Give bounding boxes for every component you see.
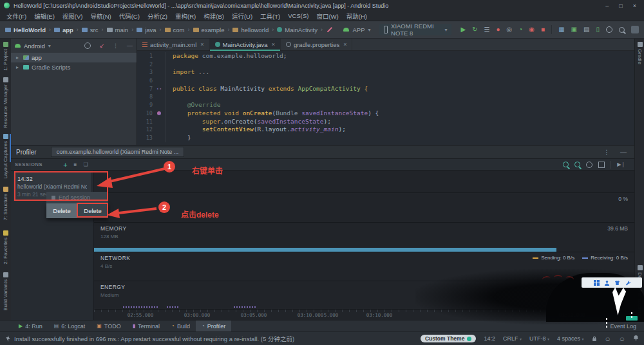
- menu-item[interactable]: 分析(Z): [144, 12, 171, 21]
- profile-icon[interactable]: ◔: [518, 26, 522, 33]
- menu-item[interactable]: 视图(V): [59, 12, 87, 21]
- breadcrumb-item[interactable]: MainActivity: [277, 26, 317, 33]
- code-line: 11 super.onCreate(savedInstanceState);: [137, 118, 634, 126]
- chevron-right-icon: ›: [49, 26, 51, 33]
- smiley-icon[interactable]: ☺: [619, 335, 625, 342]
- code-area[interactable]: 1package com.example.helloworld;23import…: [137, 50, 634, 145]
- line-separator-select[interactable]: CRLF ▾: [503, 335, 522, 342]
- hide-panel-icon[interactable]: —: [620, 149, 627, 156]
- tool-window-button-todo[interactable]: ▣TODO: [91, 321, 126, 331]
- close-icon[interactable]: ×: [200, 41, 204, 48]
- breadcrumb-item[interactable]: example: [193, 26, 225, 33]
- tool-strip-item[interactable]: Gradle: [635, 42, 644, 64]
- menu-item[interactable]: VCS(S): [284, 12, 312, 19]
- project-view-select[interactable]: Android: [24, 42, 45, 50]
- breadcrumb-item[interactable]: helloworld: [232, 26, 269, 33]
- stop-session-icon[interactable]: ■: [74, 162, 77, 167]
- attach-debugger-icon[interactable]: ◎: [507, 26, 513, 33]
- hide-panel-icon[interactable]: —: [127, 42, 133, 49]
- tool-strip-item[interactable]: Build Variants: [0, 272, 11, 311]
- tool-strip-item[interactable]: 1: Project: [0, 42, 11, 71]
- breadcrumb-item[interactable]: HelloWorld: [5, 26, 46, 33]
- sidebar-item-app[interactable]: ▸app: [11, 53, 137, 62]
- breadcrumb-item[interactable]: main: [107, 26, 129, 33]
- tab-activity_main-xml[interactable]: activity_main.xml×: [137, 39, 210, 50]
- breadcrumb-item[interactable]: src: [82, 26, 99, 33]
- menu-item[interactable]: 导航(N): [86, 12, 115, 21]
- menu-item[interactable]: 工具(T): [256, 12, 284, 21]
- bottom-bar-event-log[interactable]: Event Log: [610, 323, 644, 330]
- breadcrumb-item[interactable]: com: [165, 26, 185, 33]
- run-configurations-icon[interactable]: ☰: [484, 26, 490, 33]
- stop-disabled-icon[interactable]: ●: [497, 26, 500, 33]
- close-button[interactable]: ×: [633, 3, 636, 9]
- notification-bell-icon[interactable]: [633, 335, 639, 342]
- tool-strip-item[interactable]: Device File Explorer: [635, 265, 644, 319]
- menu-item[interactable]: 帮助(H): [343, 12, 371, 21]
- tool-window-button-profiler[interactable]: ◔Profiler: [196, 321, 231, 331]
- network-row[interactable]: NETWORK 4 B/s Sending: 0 B/sReceiving: 0…: [94, 252, 634, 281]
- profile-avatar[interactable]: [631, 26, 639, 33]
- lock-icon[interactable]: [592, 335, 597, 342]
- breadcrumb-item[interactable]: java: [137, 26, 156, 33]
- close-icon[interactable]: ×: [272, 41, 275, 48]
- tab-gradle-properties[interactable]: gradle.properties×: [281, 39, 353, 50]
- encoding-select[interactable]: UTF-8 ▾: [529, 335, 549, 342]
- device-select[interactable]: XIAOMI REDMI NOTE 8 ▾: [379, 24, 452, 35]
- run-icon[interactable]: ▶: [460, 26, 466, 33]
- tool-window-button-terminal[interactable]: ▮Terminal: [127, 321, 166, 331]
- gear-icon[interactable]: [84, 42, 91, 49]
- more-options-icon[interactable]: ⋮: [603, 149, 610, 156]
- add-session-icon[interactable]: +: [63, 161, 67, 169]
- collapse-icon[interactable]: ↙: [99, 42, 104, 49]
- stop-icon[interactable]: ■: [541, 26, 545, 33]
- reset-zoom-icon[interactable]: [586, 162, 592, 168]
- search-everywhere-icon[interactable]: [619, 27, 625, 33]
- run-config-select[interactable]: APP ▾: [339, 24, 375, 35]
- device-manager-icon[interactable]: ▯: [596, 26, 600, 33]
- indent-select[interactable]: 4 spaces ▾: [557, 335, 584, 342]
- breadcrumb-item[interactable]: app: [54, 26, 73, 33]
- breadcrumb-label: main: [115, 26, 129, 33]
- theme-indicator[interactable]: Custom Theme: [421, 335, 476, 342]
- tool-window-button-4-run[interactable]: ▶4: Run: [13, 321, 48, 331]
- logcat-tool-icon[interactable]: ▣: [571, 26, 577, 33]
- sidebar-item-gradle-scripts[interactable]: ▸Gradle Scripts: [11, 62, 137, 72]
- maximize-button[interactable]: □: [619, 3, 622, 9]
- tool-window-button-build[interactable]: ◔Build: [166, 321, 196, 331]
- tool-strip-item[interactable]: Resource Manager: [0, 77, 11, 128]
- sdk-manager-icon[interactable]: [606, 26, 612, 33]
- close-icon[interactable]: ×: [343, 41, 346, 48]
- expand-sessions-icon[interactable]: ❏: [83, 162, 88, 167]
- apply-changes-icon[interactable]: ↻: [472, 26, 477, 33]
- menu-item[interactable]: 编辑(E): [30, 12, 59, 21]
- go-live-icon[interactable]: ▶❘: [617, 162, 625, 167]
- tool-strip-item[interactable]: 7: Structure: [0, 187, 11, 220]
- minimize-button[interactable]: –: [605, 3, 609, 9]
- zoom-out-icon[interactable]: [563, 162, 569, 167]
- menu-item[interactable]: 重构(R): [171, 12, 200, 21]
- energy-row[interactable]: ENERGY Medium: [94, 281, 634, 309]
- tool-window-button-6-logcat[interactable]: ▤6: Logcat: [48, 321, 91, 331]
- menu-item[interactable]: 窗口(W): [312, 12, 342, 21]
- memory-row[interactable]: MEMORY 39.6 MB 128 MB: [94, 222, 634, 252]
- cpu-row[interactable]: 0 %: [94, 192, 634, 222]
- avd-manager-icon[interactable]: ▤: [583, 26, 589, 33]
- menu-item[interactable]: 构建(B): [200, 12, 228, 21]
- tab-MainActivity-java[interactable]: MainActivity.java×: [210, 39, 281, 50]
- breadcrumb: HelloWorld›app›src›main›java›com›example…: [5, 26, 324, 33]
- menu-item[interactable]: 运行(U): [228, 12, 256, 21]
- menu-item[interactable]: 代码(C): [115, 12, 144, 21]
- tool-strip-item[interactable]: 2: Favorites: [0, 230, 11, 265]
- event-timeline-row[interactable]: [94, 171, 634, 192]
- menu-item[interactable]: 文件(F): [3, 12, 30, 21]
- profiler-session-tab[interactable]: com.example.helloworld (Xiaomi Redmi Not…: [51, 147, 185, 157]
- sync-gradle-icon[interactable]: ▦: [558, 26, 564, 33]
- delete-menu-item[interactable]: Delete: [46, 203, 77, 218]
- caret-position[interactable]: 14:2: [484, 335, 495, 342]
- capture-icon[interactable]: ◉: [529, 26, 535, 33]
- more-options-icon[interactable]: ⋮: [113, 42, 118, 49]
- zoom-to-selection-icon[interactable]: [598, 162, 605, 168]
- zoom-in-icon[interactable]: [574, 162, 580, 167]
- smiley-icon[interactable]: ☺: [605, 335, 611, 342]
